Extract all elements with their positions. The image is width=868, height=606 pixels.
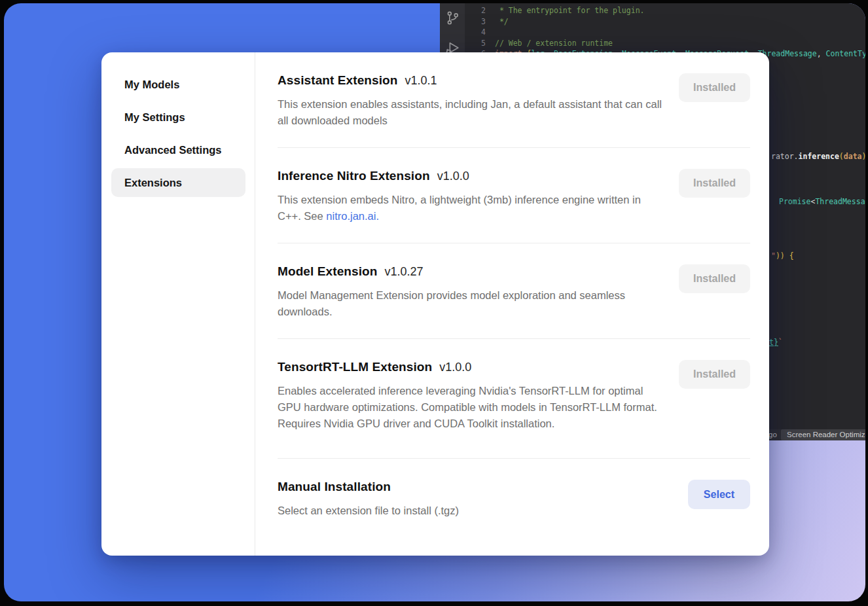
code-line: 3 */: [465, 16, 865, 27]
extension-description: This extension enables assistants, inclu…: [278, 96, 665, 129]
installed-button[interactable]: Installed: [679, 73, 750, 102]
installed-button[interactable]: Installed: [679, 169, 750, 198]
code-fragment: Promise<ThreadMessage>: [779, 197, 865, 207]
settings-sidebar: My Models My Settings Advanced Settings …: [101, 52, 255, 556]
extension-row-model: Model Extension v1.0.27 Model Management…: [278, 243, 750, 339]
installed-button[interactable]: Installed: [679, 360, 750, 389]
extension-name: Inference Nitro Extension: [278, 169, 430, 183]
manual-installation-description: Select an extension file to install (.tg…: [278, 503, 459, 519]
screen-reader-optimized-badge[interactable]: Screen Reader Optimized: [781, 429, 865, 440]
code-line: 5// Web / extension runtime: [465, 38, 865, 49]
code-line: 2 * The entrypoint for the plugin.: [465, 5, 865, 16]
extension-name: Model Extension: [278, 264, 377, 279]
extensions-list: Assistant Extension v1.0.1 This extensio…: [255, 52, 769, 556]
extension-name: TensortRT-LLM Extension: [278, 360, 432, 374]
installed-button[interactable]: Installed: [679, 264, 750, 293]
sidebar-item-advanced-settings[interactable]: Advanced Settings: [111, 135, 245, 164]
code-line: 4: [465, 27, 865, 38]
extension-version: v1.0.0: [439, 361, 471, 374]
select-file-button[interactable]: Select: [688, 480, 750, 509]
extension-name: Assistant Extension: [278, 73, 398, 88]
window-background: 2 * The entrypoint for the plugin. 3 */ …: [4, 3, 865, 601]
extension-description: Enables accelerated inference leveraging…: [278, 383, 665, 432]
extension-description: Model Management Extension provides mode…: [278, 287, 665, 320]
extension-version: v1.0.0: [437, 169, 469, 183]
extension-version: v1.0.27: [384, 265, 423, 279]
code-fragment: rator.inference(data));: [771, 152, 865, 162]
extension-description: This extension embeds Nitro, a lightweig…: [278, 192, 665, 224]
extension-version: v1.0.1: [405, 74, 437, 88]
sidebar-item-my-models[interactable]: My Models: [111, 70, 245, 99]
settings-modal: My Models My Settings Advanced Settings …: [101, 52, 769, 556]
nitro-jan-ai-link[interactable]: nitro.jan.ai.: [326, 210, 379, 222]
sidebar-item-my-settings[interactable]: My Settings: [111, 103, 245, 132]
status-bar-item[interactable]: go: [769, 431, 777, 438]
extension-row-assistant: Assistant Extension v1.0.1 This extensio…: [278, 52, 750, 148]
source-control-icon[interactable]: [444, 10, 461, 28]
code-fragment: t}`: [769, 338, 783, 348]
code-fragment: ")) {: [771, 251, 794, 261]
manual-installation-title: Manual Installation: [278, 480, 391, 494]
extension-row-inference-nitro: Inference Nitro Extension v1.0.0 This ex…: [278, 148, 750, 243]
code-lines: 2 * The entrypoint for the plugin. 3 */ …: [465, 5, 865, 60]
extension-row-tensorrt-llm: TensortRT-LLM Extension v1.0.0 Enables a…: [278, 339, 750, 459]
sidebar-item-extensions[interactable]: Extensions: [111, 168, 245, 197]
manual-installation-row: Manual Installation Select an extension …: [278, 459, 750, 537]
